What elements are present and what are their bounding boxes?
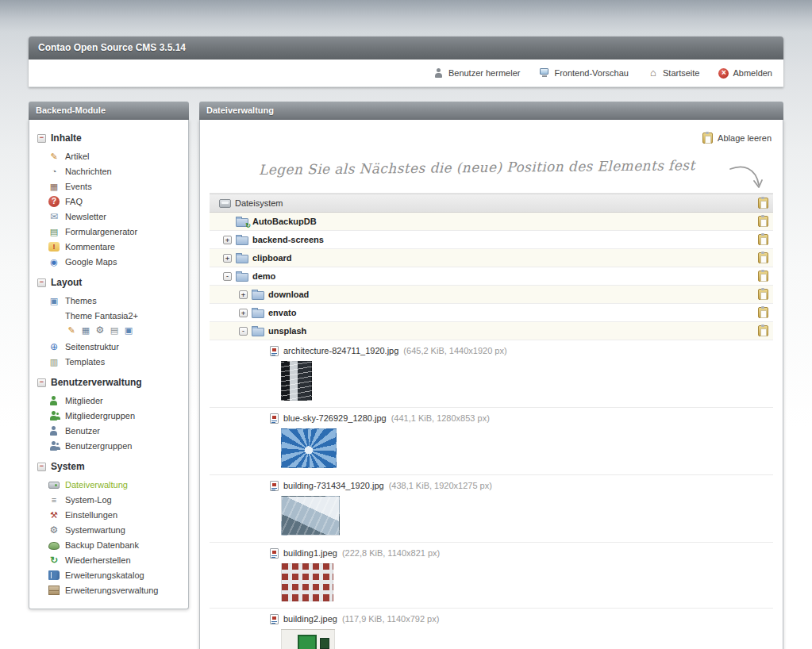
folder-icon: [252, 309, 264, 318]
theme-tool-modules[interactable]: [94, 324, 106, 336]
folder-row-unsplash[interactable]: - unsplash: [210, 322, 773, 340]
content-columns: Backend-Module Inhalte Artikel Nachricht…: [29, 102, 783, 649]
sidebar-item-artikel[interactable]: Artikel: [37, 148, 182, 163]
sidebar-sections: Inhalte Artikel Nachrichten Events FAQ N…: [36, 132, 182, 597]
sidebar-item-events[interactable]: Events: [37, 179, 182, 194]
sidebar-item-nachrichten[interactable]: Nachrichten: [37, 163, 182, 179]
nav-item-abmelden[interactable]: Abmelden: [718, 68, 772, 79]
app-header: Contao Open Source CMS 3.5.14 Benutzer h…: [29, 36, 783, 87]
clear-clipboard-button[interactable]: Ablage leeren: [210, 126, 773, 147]
file-name[interactable]: building-731434_1920.jpg: [283, 481, 384, 490]
sidebar-item-erweiterungskatalog[interactable]: Erweiterungskatalog: [37, 567, 182, 582]
thumbnail-bluesky: [281, 428, 337, 468]
sidebar-item-systemwartung[interactable]: Systemwartung: [37, 522, 182, 537]
section-header[interactable]: System: [37, 461, 182, 472]
tree-root-row[interactable]: Dateisystem: [210, 194, 773, 213]
folder-label[interactable]: download: [268, 290, 309, 299]
paste-icon[interactable]: [758, 289, 768, 300]
file-name[interactable]: architecture-824711_1920.jpg: [283, 346, 398, 355]
syslog-icon: [48, 494, 60, 505]
themes-icon: [48, 295, 60, 306]
user-icon: [433, 67, 444, 79]
sidebar-item-wiederherstellen[interactable]: Wiederherstellen: [37, 552, 182, 567]
sidebar-item-mitglieder[interactable]: Mitglieder: [37, 393, 182, 408]
section-header[interactable]: Layout: [37, 277, 182, 288]
paste-icon[interactable]: [758, 252, 768, 263]
sidebar-item-backup-datenbank[interactable]: Backup Datenbank: [37, 537, 182, 552]
sidebar-item-system-log[interactable]: System-Log: [37, 492, 182, 507]
sidebar-item-dateiverwaltung[interactable]: Dateiverwaltung: [37, 477, 182, 492]
sidebar-item-theme-fantasia2[interactable]: Theme Fantasia2+: [37, 308, 182, 323]
file-icon: [270, 346, 279, 356]
folder-label[interactable]: backend-screens: [252, 235, 324, 244]
sidebar-item-faq[interactable]: FAQ: [37, 194, 182, 209]
section-header[interactable]: Benutzerverwaltung: [37, 377, 182, 388]
expand-toggle[interactable]: +: [223, 236, 232, 244]
collapse-icon[interactable]: [37, 378, 46, 387]
sidebar-item-newsletter[interactable]: Newsletter: [37, 209, 182, 224]
section-label: System: [51, 461, 85, 472]
theme-tool-page-layout[interactable]: [109, 324, 120, 336]
file-name[interactable]: building1.jpeg: [283, 548, 337, 558]
paste-icon[interactable]: [758, 325, 768, 336]
file-meta: (645,2 KiB, 1440x1920 px): [403, 346, 506, 355]
sidebar-item-google-maps[interactable]: Google Maps: [37, 254, 182, 269]
sidebar-item-einstellungen[interactable]: Einstellungen: [37, 507, 182, 522]
folder-label[interactable]: unsplash: [268, 326, 306, 336]
file-row-blue-sky-726929-1280-jpg: blue-sky-726929_1280.jpg (441,1 KiB, 128…: [210, 408, 773, 475]
folder-icon: [252, 328, 264, 336]
folder-row-demo[interactable]: - demo: [210, 267, 773, 286]
theme-tool-css[interactable]: [80, 324, 91, 336]
paste-icon[interactable]: [758, 198, 768, 209]
sidebar-item-formulargenerator[interactable]: Formulargenerator: [37, 224, 182, 239]
paste-icon[interactable]: [758, 307, 768, 318]
sidebar-item-themes[interactable]: Themes: [37, 293, 182, 308]
sidebar-item-benutzergruppen[interactable]: Benutzergruppen: [37, 438, 182, 453]
collapse-icon[interactable]: [37, 463, 46, 471]
expand-toggle[interactable]: -: [239, 327, 248, 336]
annotation-text: Legen Sie als Nächstes die (neue) Positi…: [259, 157, 695, 178]
folder-row-envato[interactable]: + envato: [210, 304, 773, 322]
sidebar-item-seitenstruktur[interactable]: Seitenstruktur: [37, 339, 182, 354]
folder-icon: [236, 273, 248, 282]
sidebar-item-kommentare[interactable]: Kommentare: [37, 239, 182, 254]
sidebar-item-mitgliedergruppen[interactable]: Mitgliedergruppen: [37, 408, 182, 423]
folder-row-download[interactable]: + download: [210, 286, 773, 304]
file-row-building-731434-1920-jpg: building-731434_1920.jpg (438,1 KiB, 192…: [210, 475, 773, 543]
main-panel: Dateiverwaltung Ablage leeren Legen Sie …: [199, 102, 783, 649]
expand-toggle[interactable]: -: [223, 272, 232, 281]
expand-toggle[interactable]: +: [239, 290, 248, 299]
folder-label[interactable]: demo: [252, 271, 275, 281]
paste-icon[interactable]: [758, 234, 768, 245]
sidebar-item-label: Benutzergruppen: [65, 441, 132, 451]
collapse-icon[interactable]: [37, 278, 46, 287]
folder-label[interactable]: envato: [268, 308, 296, 317]
theme-tool-image-sizes[interactable]: [123, 324, 134, 336]
nav-item-benutzer-hermeler[interactable]: Benutzer hermeler: [433, 67, 521, 79]
file-name[interactable]: building2.jpeg: [283, 614, 337, 624]
paste-icon[interactable]: [758, 216, 768, 227]
sidebar-item-erweiterungsverwaltung[interactable]: Erweiterungsverwaltung: [37, 582, 182, 597]
nav-item-label: Startseite: [663, 68, 699, 78]
section-header[interactable]: Inhalte: [37, 132, 182, 144]
nav-item-frontend-vorschau[interactable]: Frontend-Vorschau: [539, 67, 629, 79]
file-name[interactable]: blue-sky-726929_1280.jpg: [283, 413, 387, 423]
section-label: Layout: [51, 277, 82, 288]
folder-row-backend-screens[interactable]: + backend-screens: [210, 231, 773, 249]
folder-label[interactable]: AutoBackupDB: [252, 217, 317, 226]
clear-clipboard-label: Ablage leeren: [718, 133, 772, 143]
sidebar-item-label: Systemwartung: [65, 525, 125, 535]
folder-icon: [236, 255, 248, 263]
nav-item-startseite[interactable]: Startseite: [648, 67, 699, 79]
sidebar-item-benutzer[interactable]: Benutzer: [37, 423, 182, 438]
sidebar-item-templates[interactable]: Templates: [37, 354, 182, 369]
expand-toggle[interactable]: +: [239, 309, 248, 317]
collapse-icon[interactable]: [37, 134, 46, 143]
theme-tool-edit[interactable]: [66, 324, 77, 336]
folder-row-clipboard[interactable]: + clipboard: [210, 249, 773, 267]
folder-row-autobackupdb[interactable]: AutoBackupDB: [210, 213, 773, 231]
paste-icon[interactable]: [758, 271, 768, 282]
folder-label[interactable]: clipboard: [252, 253, 292, 263]
section-items: Mitglieder Mitgliedergruppen Benutzer Be…: [36, 393, 182, 453]
expand-toggle[interactable]: +: [223, 254, 232, 263]
